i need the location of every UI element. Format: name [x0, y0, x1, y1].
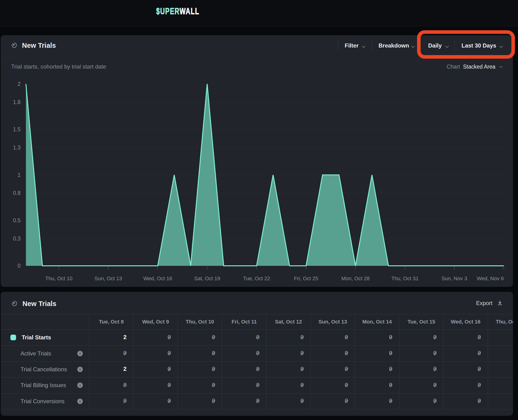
svg-text:Wed, Nov 6: Wed, Nov 6 — [477, 276, 504, 281]
svg-text:Sun, Nov 3: Sun, Nov 3 — [441, 276, 467, 281]
svg-text:2: 2 — [17, 81, 21, 87]
svg-text:0.8: 0.8 — [13, 190, 21, 196]
svg-text:Thu, Oct 31: Thu, Oct 31 — [391, 276, 418, 281]
svg-text:Thu, Oct 10: Thu, Oct 10 — [45, 276, 73, 281]
svg-text:1: 1 — [17, 172, 21, 178]
svg-text:1.8: 1.8 — [13, 99, 21, 105]
svg-text:Sat, Oct 19: Sat, Oct 19 — [194, 276, 220, 281]
svg-text:Wed, Oct 16: Wed, Oct 16 — [143, 276, 172, 281]
svg-text:Tue, Oct 22: Tue, Oct 22 — [243, 276, 270, 281]
svg-text:0: 0 — [17, 263, 21, 269]
svg-text:Mon, Oct 28: Mon, Oct 28 — [341, 276, 370, 281]
svg-text:Sun, Oct 13: Sun, Oct 13 — [95, 276, 122, 281]
svg-text:Fri, Oct 25: Fri, Oct 25 — [294, 276, 318, 281]
svg-text:0.3: 0.3 — [13, 236, 21, 242]
svg-text:1.3: 1.3 — [13, 144, 21, 151]
svg-text:0.5: 0.5 — [13, 217, 21, 224]
svg-text:1.5: 1.5 — [13, 126, 21, 132]
